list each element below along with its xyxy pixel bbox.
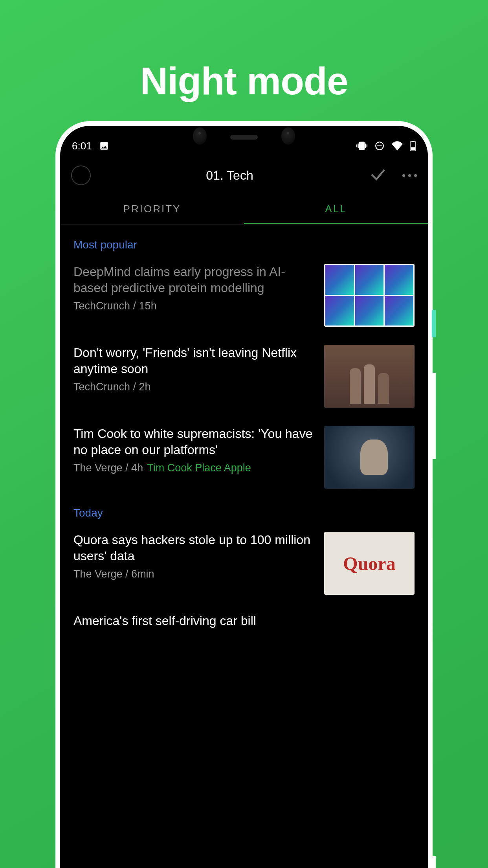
article-item[interactable]: DeepMind claims early progress in AI-bas… [73,264,415,327]
hero-title: Night mode [0,0,488,103]
article-list[interactable]: Most popular DeepMind claims early progr… [60,224,428,633]
side-button-accent [432,310,436,337]
article-meta: The Verge / 4hTim Cook Place Apple [73,462,315,474]
article-tags: Tim Cook Place Apple [147,462,251,474]
section-header: Today [73,507,415,519]
notch [193,126,295,146]
article-title: America's first self-driving car bill [73,613,415,629]
side-button-power [432,856,436,868]
article-item[interactable]: America's first self-driving car bill [73,613,415,633]
wifi-icon [392,141,403,151]
speaker-grille-icon [230,135,258,140]
article-item[interactable]: Don't worry, 'Friends' isn't leaving Net… [73,345,415,408]
vibrate-icon [356,140,367,151]
svg-rect-4 [411,147,415,151]
article-item[interactable]: Tim Cook to white supremacists: 'You hav… [73,426,415,489]
side-button-volume [432,373,436,459]
article-thumbnail: Quora [324,532,415,595]
front-camera-icon [193,127,207,145]
menu-button[interactable] [71,166,91,185]
tab-bar: PRIORITY ALL [60,195,428,224]
more-options-button[interactable] [402,174,417,177]
tab-priority[interactable]: PRIORITY [60,195,244,224]
article-title: Tim Cook to white supremacists: 'You hav… [73,426,315,458]
article-meta: TechCrunch / 15h [73,300,315,312]
status-time: 6:01 [72,140,92,152]
do-not-disturb-icon [374,141,385,151]
article-meta: The Verge / 6min [73,568,315,580]
svg-rect-3 [412,141,414,142]
article-item[interactable]: Quora says hackers stole up to 100 milli… [73,532,415,595]
mark-read-button[interactable] [369,165,387,186]
phone-screen: 6:01 01. T [60,126,428,868]
article-title: Quora says hackers stole up to 100 milli… [73,532,315,564]
article-thumbnail [324,345,415,408]
image-icon [99,141,109,151]
app-bar: 01. Tech [60,157,428,195]
page-title: 01. Tech [91,168,369,183]
front-camera-icon [281,127,295,145]
article-title: DeepMind claims early progress in AI-bas… [73,264,315,296]
section-header: Most popular [73,239,415,251]
article-thumbnail [324,426,415,489]
article-meta: TechCrunch / 2h [73,381,315,393]
article-title: Don't worry, 'Friends' isn't leaving Net… [73,345,315,377]
phone-frame: 6:01 01. T [55,121,433,868]
tab-all[interactable]: ALL [244,195,428,224]
battery-icon [410,141,416,151]
article-thumbnail [324,264,415,327]
